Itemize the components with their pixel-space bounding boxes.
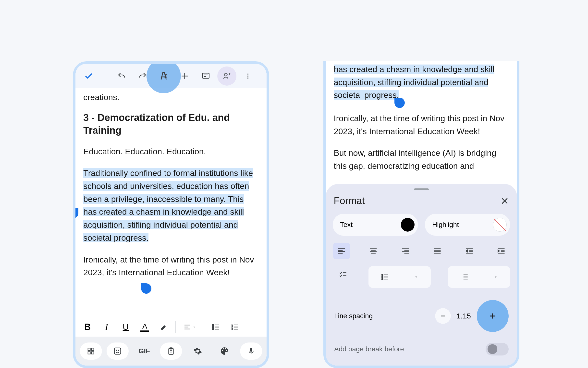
separator <box>175 321 176 333</box>
svg-rect-13 <box>88 352 90 354</box>
svg-point-4 <box>247 78 249 79</box>
svg-point-21 <box>223 348 224 350</box>
text-color-button[interactable]: A <box>135 320 154 334</box>
keyboard-suggestion-bar: GIF <box>75 337 267 366</box>
chevron-down-icon <box>414 275 418 279</box>
svg-point-23 <box>226 350 227 351</box>
highlight-color-chip[interactable]: Highlight <box>425 214 510 236</box>
paragraph-ironic: Ironically, at the time of writing this … <box>334 112 509 138</box>
mic-icon[interactable] <box>240 342 262 360</box>
bold-button[interactable]: B <box>78 320 97 334</box>
svg-point-25 <box>381 274 383 276</box>
spacing-decrease-button[interactable] <box>435 308 451 324</box>
svg-point-6 <box>212 326 214 328</box>
line-spacing-label: Line spacing <box>334 312 373 320</box>
align-right-button[interactable] <box>397 243 414 259</box>
italic-button[interactable]: I <box>97 320 116 334</box>
svg-point-22 <box>225 348 226 350</box>
svg-text:3: 3 <box>232 328 233 330</box>
svg-point-17 <box>118 350 119 351</box>
svg-rect-15 <box>114 348 121 354</box>
svg-rect-11 <box>88 348 90 350</box>
svg-point-1 <box>224 73 227 76</box>
indent-increase-button[interactable] <box>493 243 510 259</box>
alignment-row <box>333 243 510 259</box>
svg-point-7 <box>212 328 214 330</box>
format-bottom-sheet: Format Text Highlight <box>326 184 517 366</box>
align-justify-button[interactable] <box>429 243 446 259</box>
align-dropdown[interactable] <box>178 320 202 334</box>
settings-icon[interactable] <box>187 342 209 360</box>
comment-button[interactable] <box>196 66 215 86</box>
document-body-right[interactable]: has created a chasm in knowledge and ski… <box>326 61 517 172</box>
selection-end-handle[interactable] <box>141 283 151 294</box>
selection-start-handle[interactable] <box>73 208 78 218</box>
svg-point-2 <box>247 74 249 75</box>
highlight-none-swatch <box>493 218 507 232</box>
format-button[interactable] <box>154 66 173 86</box>
checklist-button[interactable] <box>335 266 351 283</box>
phone-right: has created a chasm in knowledge and ski… <box>323 61 519 368</box>
apps-icon[interactable] <box>80 342 102 360</box>
highlight-color-button[interactable] <box>154 320 173 334</box>
cutoff-line: creations. <box>83 91 259 104</box>
separator <box>204 321 204 333</box>
indent-decrease-button[interactable] <box>461 243 478 259</box>
gif-button[interactable]: GIF <box>133 342 155 360</box>
numbered-list-button[interactable]: 123 <box>225 320 245 334</box>
selected-tail: has created a chasm in knowledge and ski… <box>334 63 509 102</box>
page-break-label: Add page break before <box>334 345 404 353</box>
done-check-button[interactable] <box>79 66 98 86</box>
undo-button[interactable] <box>112 66 131 86</box>
share-button[interactable] <box>217 66 236 86</box>
sticker-icon[interactable] <box>107 342 129 360</box>
clipboard-icon[interactable] <box>160 342 182 360</box>
svg-rect-0 <box>203 73 209 78</box>
paragraph-now: But now, artificial intelligence (AI) is… <box>334 146 509 172</box>
paragraph-3: Ironically, at the time of writing this … <box>83 253 259 279</box>
numbered-list-group[interactable] <box>448 266 510 288</box>
svg-point-20 <box>222 350 223 351</box>
svg-rect-14 <box>91 352 94 354</box>
text-color-chip[interactable]: Text <box>333 214 418 236</box>
paragraph-1: Education. Education. Education. <box>83 145 259 158</box>
section-heading: 3 - Democratization of Edu. and Training <box>83 111 259 137</box>
bullet-list-button[interactable] <box>206 320 225 334</box>
top-toolbar <box>75 64 267 88</box>
paragraph-2-selected: Traditionally confined to formal institu… <box>83 167 259 244</box>
sheet-title: Format <box>334 195 365 206</box>
more-menu-button[interactable] <box>238 66 257 86</box>
svg-point-3 <box>247 76 249 77</box>
drag-handle[interactable] <box>414 188 429 190</box>
close-icon[interactable] <box>500 197 509 205</box>
align-center-button[interactable] <box>365 243 382 259</box>
svg-point-5 <box>212 324 214 326</box>
selected-text: Traditionally confined to formal institu… <box>83 168 253 242</box>
phone-left: creations. 3 - Democratization of Edu. a… <box>73 61 269 368</box>
svg-point-16 <box>116 350 117 351</box>
palette-icon[interactable] <box>213 342 235 360</box>
underline-button[interactable]: U <box>116 320 135 334</box>
line-spacing-value: 1.15 <box>457 312 471 320</box>
text-color-swatch <box>401 218 415 232</box>
toggle-knob <box>488 344 497 354</box>
selection-end-handle[interactable] <box>394 98 405 108</box>
align-left-button[interactable] <box>333 243 350 259</box>
svg-rect-24 <box>250 348 252 352</box>
chevron-down-icon <box>493 275 498 279</box>
document-body[interactable]: creations. 3 - Democratization of Edu. a… <box>75 88 267 290</box>
svg-rect-12 <box>91 348 94 350</box>
page-break-toggle[interactable] <box>486 343 509 355</box>
svg-point-26 <box>381 276 383 278</box>
spacing-increase-button[interactable] <box>477 300 509 332</box>
bullet-list-group[interactable] <box>368 266 431 288</box>
format-bar: B I U A 123 <box>75 317 267 337</box>
svg-point-27 <box>381 278 383 280</box>
